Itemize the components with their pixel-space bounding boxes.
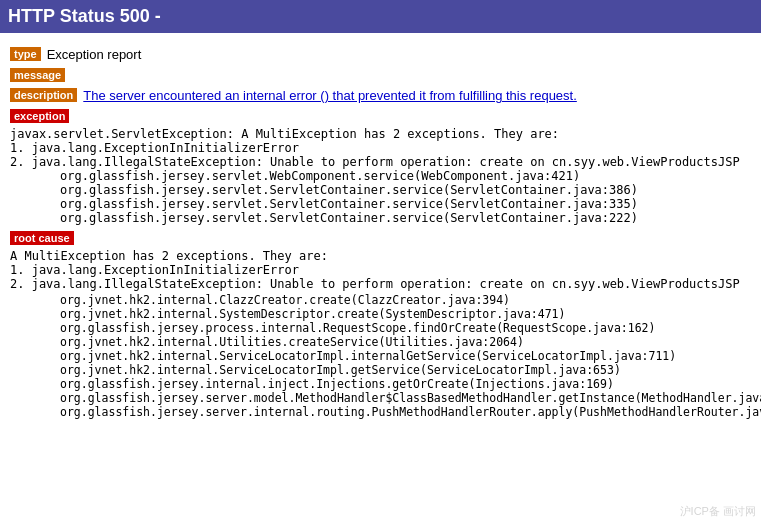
exception-stack: org.glassfish.jersey.servlet.WebComponen… — [60, 169, 751, 225]
rc-stack-3: org.jvnet.hk2.internal.Utilities.createS… — [60, 335, 751, 349]
exc-stack-1: org.glassfish.jersey.servlet.ServletCont… — [60, 183, 751, 197]
exception-badge: exception — [10, 109, 69, 123]
rc-stack-5: org.jvnet.hk2.internal.ServiceLocatorImp… — [60, 363, 751, 377]
description-link[interactable]: The server encountered an internal error… — [83, 88, 577, 103]
rootcause-label-row: root cause — [10, 231, 751, 245]
type-value: Exception report — [47, 47, 142, 62]
exception-block: javax.servlet.ServletException: A MultiE… — [10, 127, 751, 225]
message-badge: message — [10, 68, 65, 82]
rc-stack-2: org.glassfish.jersey.process.internal.Re… — [60, 321, 751, 335]
message-row: message — [10, 68, 751, 82]
description-text: The server encountered an internal error… — [83, 88, 577, 103]
rc-stack-1: org.jvnet.hk2.internal.SystemDescriptor.… — [60, 307, 751, 321]
rc-stack-6: org.glassfish.jersey.internal.inject.Inj… — [60, 377, 751, 391]
exception-label-row: exception — [10, 109, 751, 123]
type-badge: type — [10, 47, 41, 61]
type-row: type Exception report — [10, 47, 751, 62]
rootcause-badge: root cause — [10, 231, 74, 245]
description-row: description The server encountered an in… — [10, 88, 751, 103]
page-title: HTTP Status 500 - — [0, 0, 761, 33]
description-badge: description — [10, 88, 77, 102]
exception-line1: javax.servlet.ServletException: A MultiE… — [10, 127, 751, 141]
exception-line3: 2. java.lang.IllegalStateException: Unab… — [10, 155, 751, 169]
rc-stack-8: org.glassfish.jersey.server.internal.rou… — [60, 405, 751, 419]
rc-line2: 1. java.lang.ExceptionInInitializerError — [10, 263, 751, 277]
rc-stack-0: org.jvnet.hk2.internal.ClazzCreator.crea… — [60, 293, 751, 307]
exc-stack-2: org.glassfish.jersey.servlet.ServletCont… — [60, 197, 751, 211]
rootcause-stack: org.jvnet.hk2.internal.ClazzCreator.crea… — [60, 293, 751, 419]
rc-stack-4: org.jvnet.hk2.internal.ServiceLocatorImp… — [60, 349, 751, 363]
rc-line1: A MultiException has 2 exceptions. They … — [10, 249, 751, 263]
rc-line3: 2. java.lang.IllegalStateException: Unab… — [10, 277, 751, 291]
exception-line2: 1. java.lang.ExceptionInInitializerError — [10, 141, 751, 155]
rootcause-block: A MultiException has 2 exceptions. They … — [10, 249, 751, 419]
exc-stack-3: org.glassfish.jersey.servlet.ServletCont… — [60, 211, 751, 225]
exc-stack-0: org.glassfish.jersey.servlet.WebComponen… — [60, 169, 751, 183]
main-content: type Exception report message descriptio… — [0, 33, 761, 431]
rc-stack-7: org.glassfish.jersey.server.model.Method… — [60, 391, 751, 405]
title-text: HTTP Status 500 - — [8, 6, 161, 26]
